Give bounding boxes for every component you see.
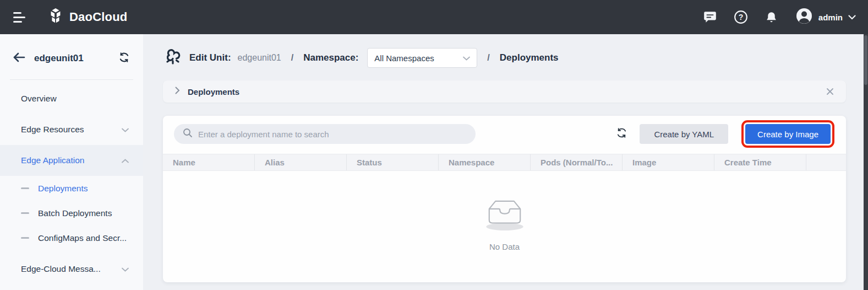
unit-name: edgeunit01 bbox=[34, 53, 84, 64]
chevron-down-icon bbox=[122, 264, 129, 274]
user-name: admin bbox=[818, 13, 843, 22]
chevron-down-icon bbox=[463, 53, 470, 63]
sidebar-item-configmaps-secrets[interactable]: ConfigMaps and Secr... bbox=[0, 225, 143, 250]
brand-name: DaoCloud bbox=[69, 10, 127, 24]
dash-icon bbox=[21, 212, 29, 214]
sidebar-divider bbox=[10, 79, 133, 80]
help-icon[interactable]: ? bbox=[734, 10, 748, 24]
create-by-image-button[interactable]: Create by Image bbox=[745, 124, 831, 144]
sidebar-refresh-icon[interactable] bbox=[118, 52, 130, 65]
menu-toggle-icon[interactable] bbox=[13, 12, 25, 23]
column-header-alias[interactable]: Alias bbox=[255, 154, 347, 170]
column-header-actions bbox=[806, 154, 846, 170]
sidebar-item-label: Overview bbox=[21, 94, 57, 104]
namespace-select[interactable]: All Namespaces bbox=[367, 48, 477, 68]
empty-state: No Data bbox=[163, 171, 846, 282]
deployments-panel: Create by YAML Create by Image Name Alia… bbox=[163, 116, 846, 282]
column-header-pods[interactable]: Pods (Normal/To... bbox=[531, 154, 623, 170]
breadcrumb: Deployments bbox=[163, 80, 846, 103]
toolbar: Create by YAML Create by Image bbox=[163, 116, 846, 154]
dash-icon bbox=[21, 187, 29, 189]
edge-unit-icon bbox=[163, 47, 183, 69]
messages-icon[interactable] bbox=[703, 10, 717, 24]
breadcrumb-label: Deployments bbox=[188, 87, 239, 96]
empty-inbox-icon bbox=[481, 195, 528, 234]
sidebar-item-label: Edge-Cloud Messa... bbox=[21, 264, 101, 274]
page-title: Deployments bbox=[500, 52, 559, 63]
column-header-name[interactable]: Name bbox=[163, 154, 255, 170]
sidebar: edgeunit01 Overview Edge Resources Edge … bbox=[0, 34, 143, 290]
column-header-create-time[interactable]: Create Time bbox=[714, 154, 806, 170]
notifications-bell-icon[interactable] bbox=[765, 10, 779, 24]
refresh-icon[interactable] bbox=[616, 127, 627, 141]
close-icon[interactable] bbox=[826, 88, 834, 95]
search-icon bbox=[183, 128, 193, 140]
namespace-select-value: All Namespaces bbox=[374, 53, 434, 63]
namespace-label: Namespace: bbox=[303, 52, 358, 63]
separator: / bbox=[291, 53, 293, 63]
chevron-down-icon bbox=[122, 125, 129, 135]
sidebar-item-overview[interactable]: Overview bbox=[0, 83, 143, 114]
sidebar-item-label: Edge Application bbox=[21, 155, 84, 165]
sidebar-item-edge-cloud-message[interactable]: Edge-Cloud Messa... bbox=[0, 254, 143, 284]
back-arrow-icon[interactable] bbox=[13, 52, 25, 65]
create-by-yaml-button[interactable]: Create by YAML bbox=[640, 124, 728, 144]
main-content: Edit Unit: edgeunit01 / Namespace: All N… bbox=[143, 34, 868, 290]
search-box[interactable] bbox=[174, 124, 476, 144]
brand-logo[interactable]: DaoCloud bbox=[47, 8, 127, 26]
column-header-namespace[interactable]: Namespace bbox=[439, 154, 531, 170]
sidebar-item-deployments[interactable]: Deployments bbox=[0, 176, 143, 201]
table-header: Name Alias Status Namespace Pods (Normal… bbox=[163, 154, 846, 171]
sidebar-item-label: ConfigMaps and Secr... bbox=[38, 233, 127, 243]
daocloud-cube-icon bbox=[47, 8, 64, 26]
edit-unit-label: Edit Unit: bbox=[189, 52, 231, 63]
sidebar-item-edge-resources[interactable]: Edge Resources bbox=[0, 114, 143, 145]
scrollbar[interactable] bbox=[864, 34, 868, 290]
scrollbar-thumb[interactable] bbox=[864, 35, 867, 85]
top-navbar: DaoCloud ? bbox=[0, 0, 868, 34]
sidebar-item-label: Edge Resources bbox=[21, 125, 84, 135]
dash-icon bbox=[21, 237, 29, 239]
user-chevron-down-icon bbox=[848, 12, 856, 22]
breadcrumb-chevron-icon bbox=[175, 87, 180, 96]
sidebar-item-label: Batch Deployments bbox=[38, 208, 112, 218]
empty-text: No Data bbox=[489, 242, 520, 251]
user-menu[interactable]: admin bbox=[795, 7, 856, 27]
svg-text:?: ? bbox=[739, 13, 744, 22]
edit-unit-value: edgeunit01 bbox=[238, 53, 281, 63]
sidebar-item-edge-application[interactable]: Edge Application bbox=[0, 145, 143, 176]
column-header-image[interactable]: Image bbox=[623, 154, 714, 170]
avatar bbox=[795, 7, 813, 27]
search-input[interactable] bbox=[198, 130, 467, 139]
chevron-up-icon bbox=[122, 155, 129, 165]
sidebar-item-batch-deployments[interactable]: Batch Deployments bbox=[0, 201, 143, 225]
column-header-status[interactable]: Status bbox=[347, 154, 439, 170]
separator: / bbox=[487, 53, 489, 63]
sidebar-item-label: Deployments bbox=[38, 184, 88, 194]
page-header: Edit Unit: edgeunit01 / Namespace: All N… bbox=[163, 43, 846, 73]
